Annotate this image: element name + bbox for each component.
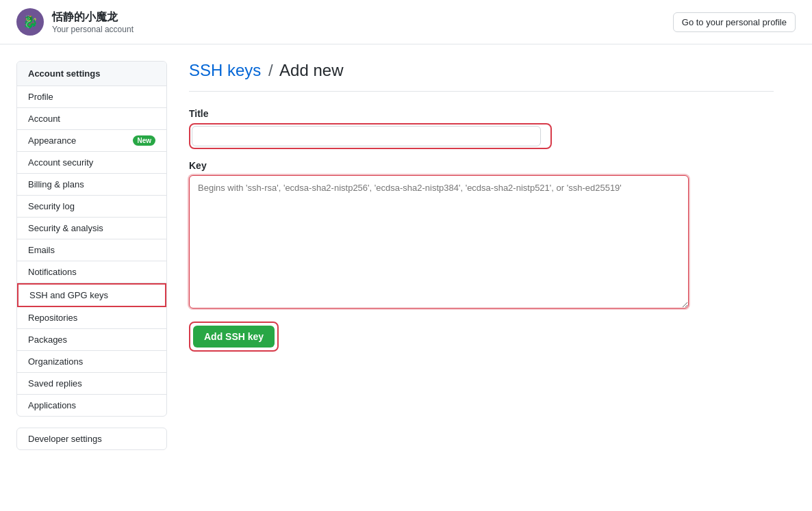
sidebar-item-label-packages: Packages [28, 335, 67, 345]
sidebar-item-appearance[interactable]: Appearance New [17, 130, 166, 152]
developer-settings-section: Developer settings [16, 428, 167, 450]
layout: Account settings Profile Account Appeara… [0, 44, 812, 477]
sidebar-item-label-profile: Profile [28, 92, 53, 102]
sidebar-item-label-account-security: Account security [28, 157, 93, 168]
username: 恬静的小魔龙 [52, 10, 134, 25]
title-label: Title [189, 108, 774, 119]
sidebar-item-organizations[interactable]: Organizations [17, 351, 166, 373]
user-info: 恬静的小魔龙 Your personal account [52, 10, 134, 34]
header-left: 🐉 恬静的小魔龙 Your personal account [16, 8, 134, 36]
sidebar-item-label-appearance: Appearance [28, 135, 76, 146]
account-subtitle: Your personal account [52, 25, 134, 34]
sidebar-item-profile[interactable]: Profile [17, 86, 166, 108]
sidebar-item-label-developer-settings: Developer settings [28, 434, 102, 444]
sidebar-item-repositories[interactable]: Repositories [17, 307, 166, 329]
sidebar-item-label-billing: Billing & plans [28, 179, 84, 189]
sidebar: Account settings Profile Account Appeara… [16, 61, 167, 461]
avatar-emoji: 🐉 [23, 14, 38, 29]
ssh-keys-link[interactable]: SSH keys [189, 61, 261, 79]
account-settings-section: Account settings Profile Account Appeara… [16, 61, 167, 417]
sidebar-item-security-analysis[interactable]: Security & analysis [17, 218, 166, 239]
title-input[interactable] [192, 126, 541, 146]
sidebar-item-label-account: Account [28, 114, 60, 124]
sidebar-item-label-emails: Emails [28, 245, 55, 255]
sidebar-item-billing[interactable]: Billing & plans [17, 174, 166, 196]
breadcrumb-separator: / [268, 61, 273, 79]
sidebar-item-account[interactable]: Account [17, 108, 166, 130]
main-content: SSH keys / Add new Title Key Add SSH key [167, 61, 796, 461]
page-breadcrumb: SSH keys / Add new [189, 61, 774, 92]
sidebar-item-label-applications: Applications [28, 400, 76, 410]
add-ssh-key-button[interactable]: Add SSH key [193, 326, 275, 348]
sidebar-item-saved-replies[interactable]: Saved replies [17, 373, 166, 395]
sidebar-item-developer-settings[interactable]: Developer settings [17, 428, 166, 449]
sidebar-item-label-notifications: Notifications [28, 267, 77, 277]
title-input-container [189, 123, 552, 149]
title-form-group: Title [189, 108, 774, 149]
breadcrumb-current: Add new [279, 61, 343, 79]
sidebar-item-label-security-log: Security log [28, 201, 75, 211]
key-label: Key [189, 160, 774, 171]
appearance-badge: New [133, 135, 155, 146]
avatar: 🐉 [16, 8, 44, 36]
sidebar-item-packages[interactable]: Packages [17, 329, 166, 351]
sidebar-item-label-ssh-gpg: SSH and GPG keys [29, 290, 108, 300]
sidebar-item-applications[interactable]: Applications [17, 395, 166, 416]
add-ssh-key-container: Add SSH key [189, 322, 279, 352]
sidebar-item-security-log[interactable]: Security log [17, 196, 166, 218]
header: 🐉 恬静的小魔龙 Your personal account Go to you… [0, 0, 812, 44]
sidebar-item-emails[interactable]: Emails [17, 239, 166, 261]
account-settings-header: Account settings [17, 62, 166, 86]
key-textarea[interactable] [189, 175, 689, 309]
personal-profile-button[interactable]: Go to your personal profile [673, 12, 796, 32]
sidebar-item-notifications[interactable]: Notifications [17, 261, 166, 283]
sidebar-item-ssh-gpg[interactable]: SSH and GPG keys [17, 283, 166, 307]
sidebar-item-account-security[interactable]: Account security [17, 152, 166, 174]
sidebar-item-label-saved-replies: Saved replies [28, 378, 82, 389]
sidebar-item-label-security-analysis: Security & analysis [28, 223, 103, 233]
key-form-group: Key [189, 160, 774, 311]
sidebar-item-label-organizations: Organizations [28, 356, 83, 367]
sidebar-item-label-repositories: Repositories [28, 313, 77, 323]
